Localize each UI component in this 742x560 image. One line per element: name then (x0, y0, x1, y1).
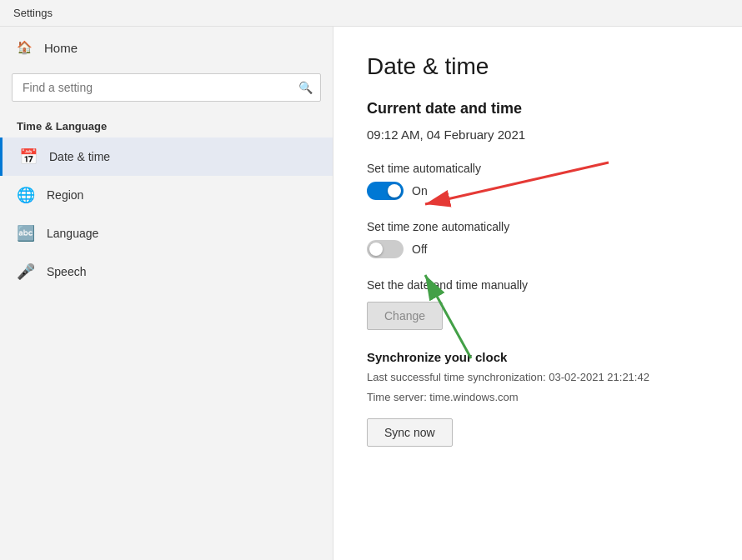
app-title: Settings (13, 7, 53, 19)
sync-section: Synchronize your clock Last successful t… (367, 350, 709, 447)
auto-time-toggle-knob (388, 184, 401, 198)
region-icon: 🌐 (17, 186, 35, 204)
sidebar-section-label: Time & Language (0, 113, 333, 138)
main-content: Date & time Current date and time 09:12 … (333, 27, 742, 560)
change-button[interactable]: Change (367, 302, 443, 330)
sync-info-line1: Last successful time synchronization: 03… (367, 369, 709, 386)
date-time-icon: 📅 (19, 148, 38, 166)
auto-time-toggle-track[interactable] (367, 182, 404, 200)
auto-time-toggle-row: On (367, 182, 709, 200)
sync-info-line2: Time server: time.windows.com (367, 389, 709, 406)
search-container: 🔍 (12, 73, 321, 102)
home-label: Home (44, 41, 78, 55)
current-datetime-value: 09:12 AM, 04 February 2021 (367, 128, 709, 142)
sidebar-item-region[interactable]: 🌐 Region (0, 176, 333, 214)
auto-timezone-toggle-track[interactable] (367, 240, 404, 258)
search-input[interactable] (12, 73, 321, 102)
page-title: Date & time (367, 53, 709, 80)
auto-timezone-toggle-knob (369, 242, 383, 256)
auto-timezone-state-label: Off (412, 242, 427, 256)
search-icon: 🔍 (298, 81, 313, 94)
auto-timezone-toggle[interactable] (367, 240, 404, 258)
sidebar-item-language-label: Language (47, 227, 98, 240)
home-icon: 🏠 (17, 40, 33, 55)
manual-time-label: Set the date and time manually (367, 278, 709, 292)
sidebar-item-language[interactable]: 🔤 Language (0, 214, 333, 252)
language-icon: 🔤 (17, 224, 35, 242)
auto-time-state-label: On (412, 184, 428, 198)
sidebar-item-region-label: Region (47, 188, 83, 202)
sync-title: Synchronize your clock (367, 350, 709, 364)
auto-timezone-toggle-row: Off (367, 240, 709, 258)
manual-time-setting: Set the date and time manually Change (367, 278, 709, 330)
auto-time-label: Set time automatically (367, 162, 709, 175)
sidebar-item-speech-label: Speech (47, 265, 86, 278)
speech-icon: 🎤 (17, 262, 35, 281)
current-date-time-section-title: Current date and time (367, 100, 709, 118)
auto-time-setting: Set time automatically On (367, 162, 709, 200)
auto-time-toggle[interactable] (367, 182, 404, 200)
auto-timezone-setting: Set time zone automatically Off (367, 220, 709, 258)
sidebar-item-date-time[interactable]: 📅 Date & time (0, 138, 333, 176)
sidebar-item-speech[interactable]: 🎤 Speech (0, 252, 333, 291)
sidebar-item-date-time-label: Date & time (49, 150, 110, 163)
sidebar-item-home[interactable]: 🏠 Home (0, 27, 333, 68)
sync-now-button[interactable]: Sync now (367, 418, 453, 447)
sidebar: 🏠 Home 🔍 Time & Language 📅 Date & time 🌐… (0, 27, 333, 560)
auto-timezone-label: Set time zone automatically (367, 220, 709, 233)
